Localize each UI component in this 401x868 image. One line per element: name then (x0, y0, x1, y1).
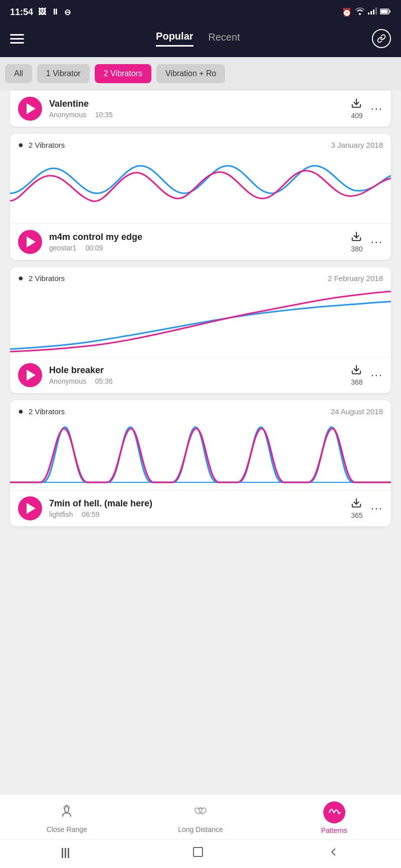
status-right-icons: ⏰ (342, 7, 391, 17)
svg-rect-1 (370, 11, 372, 15)
status-time: 11:54 🖼 ⏸ ⊖ (10, 7, 71, 18)
card-hole-chart (10, 286, 391, 357)
valentine-duration: 10:35 (95, 111, 113, 119)
play-valentine-button[interactable] (18, 97, 42, 121)
card-m4m-category-label: 2 Vibrators (29, 141, 65, 149)
card-7min-header: ● 2 Vibrators 24 August 2018 (10, 400, 391, 420)
filter-2-vibrators[interactable]: 2 Vibrators (95, 64, 151, 83)
menu-button[interactable] (10, 34, 24, 44)
hole-track-info: Hole breaker Anonymous 05:36 (49, 365, 344, 385)
filter-1-vibrator[interactable]: 1 Vibrator (37, 64, 90, 83)
svg-rect-5 (389, 11, 390, 13)
bottom-nav: Close Range Long Distance (0, 794, 401, 868)
card-m4m: ● 2 Vibrators 3 January 2018 m4m control… (10, 134, 391, 260)
close-range-icon (58, 802, 76, 822)
card-7min-date: 24 August 2018 (331, 407, 383, 416)
card-7min-footer: 7min of hell. (male here) lightfish 06:5… (10, 490, 391, 526)
gallery-icon: 🖼 (38, 8, 46, 17)
filter-bar: All 1 Vibrator 2 Vibrators Vibration + R… (0, 57, 401, 90)
7min-author: lightfish (49, 510, 73, 518)
long-distance-label: Long Distance (178, 825, 223, 833)
android-back-button[interactable] (327, 846, 339, 860)
time-display: 11:54 (10, 7, 33, 18)
play-m4m-button[interactable] (18, 230, 42, 254)
card-hole-footer: Hole breaker Anonymous 05:36 368 ··· (10, 357, 391, 393)
nav-close-range[interactable]: Close Range (0, 802, 134, 833)
m4m-meta: geostar1 00:09 (49, 244, 344, 252)
card-hole-date: 2 February 2018 (328, 274, 383, 282)
7min-more[interactable]: ··· (371, 502, 383, 515)
valentine-title: Valentine (49, 99, 344, 109)
hole-more[interactable]: ··· (371, 369, 383, 382)
svg-rect-3 (375, 8, 377, 15)
valentine-author: Anonymous (49, 111, 86, 119)
nav-long-distance[interactable]: Long Distance (134, 802, 268, 833)
card-m4m-chart (10, 153, 391, 223)
card-hole-header: ● 2 Vibrators 2 February 2018 (10, 267, 391, 286)
hole-play-icon (27, 370, 36, 381)
play-7min-button[interactable] (18, 496, 42, 520)
card-7min-category: ● 2 Vibrators (18, 406, 65, 417)
m4m-author: geostar1 (49, 244, 76, 252)
hole-duration: 05:36 (95, 377, 113, 385)
hole-download[interactable]: 368 (351, 364, 362, 386)
card-m4m-date: 3 January 2018 (331, 141, 383, 149)
card-m4m-footer: m4m control my edge geostar1 00:09 380 ·… (10, 223, 391, 260)
link-icon[interactable] (372, 29, 391, 48)
signal-icon (368, 8, 377, 17)
hole-title: Hole breaker (49, 365, 344, 376)
m4m-download[interactable]: 380 (351, 231, 362, 253)
card-7min-category-label: 2 Vibrators (29, 407, 65, 416)
android-nav (0, 839, 401, 868)
android-home-button[interactable] (192, 846, 204, 860)
7min-duration: 06:59 (82, 510, 99, 518)
7min-download[interactable]: 365 (351, 497, 362, 519)
content-area: Valentine Anonymous 10:35 409 ··· (0, 90, 401, 599)
valentine-download[interactable]: 409 (351, 98, 362, 120)
svg-rect-6 (381, 10, 388, 14)
card-hole-category: ● 2 Vibrators (18, 273, 65, 283)
7min-title: 7min of hell. (male here) (49, 498, 344, 509)
valentine-actions: 409 ··· (351, 98, 383, 120)
7min-play-icon (27, 503, 36, 514)
tab-popular[interactable]: Popular (156, 31, 193, 47)
7min-meta: lightfish 06:59 (49, 510, 344, 518)
alarm-icon: ⏰ (342, 8, 352, 17)
7min-actions: 365 ··· (351, 497, 383, 519)
m4m-duration: 00:09 (85, 244, 103, 252)
partial-card: Valentine Anonymous 10:35 409 ··· (10, 90, 391, 127)
card-m4m-header: ● 2 Vibrators 3 January 2018 (10, 134, 391, 153)
m4m-more[interactable]: ··· (371, 235, 383, 248)
close-range-label: Close Range (47, 825, 87, 833)
filter-vibration-ro[interactable]: Vibration + Ro (156, 64, 226, 83)
card-7min: ● 2 Vibrators 24 August 2018 7min of hel… (10, 400, 391, 526)
header-tabs: Popular Recent (156, 31, 240, 47)
android-recent-button[interactable] (62, 848, 69, 858)
tab-recent[interactable]: Recent (209, 32, 240, 46)
valentine-count: 409 (351, 112, 362, 120)
card-7min-chart (10, 420, 391, 490)
m4m-play-icon (27, 236, 36, 247)
hole-actions: 368 ··· (351, 364, 383, 386)
m4m-title: m4m control my edge (49, 232, 344, 242)
svg-rect-2 (373, 10, 374, 15)
nav-items: Close Range Long Distance (0, 794, 401, 839)
valentine-track-info: Valentine Anonymous 10:35 (49, 99, 344, 119)
long-distance-icon (191, 802, 210, 822)
card-hole-breaker: ● 2 Vibrators 2 February 2018 Hole break… (10, 267, 391, 393)
patterns-label: Patterns (321, 826, 347, 834)
valentine-meta: Anonymous 10:35 (49, 111, 344, 119)
7min-count: 365 (351, 511, 362, 519)
wifi-icon (355, 7, 365, 17)
filter-all[interactable]: All (5, 64, 32, 83)
m4m-track-info: m4m control my edge geostar1 00:09 (49, 232, 344, 252)
hole-meta: Anonymous 05:36 (49, 377, 344, 385)
patterns-icon (323, 801, 345, 823)
nav-patterns[interactable]: Patterns (267, 801, 401, 834)
valentine-more[interactable]: ··· (371, 102, 383, 115)
m4m-actions: 380 ··· (351, 231, 383, 253)
pause-icon: ⏸ (51, 8, 59, 17)
partial-card-footer: Valentine Anonymous 10:35 409 ··· (10, 90, 391, 127)
play-hole-button[interactable] (18, 363, 42, 387)
status-bar: 11:54 🖼 ⏸ ⊖ ⏰ (0, 0, 401, 24)
